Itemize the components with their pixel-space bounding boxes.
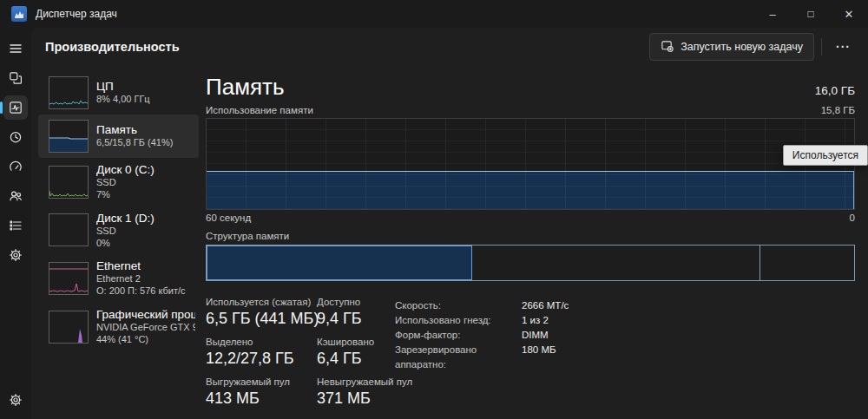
- memory-title: Память: [206, 75, 285, 100]
- gpu-mini-graph: [49, 311, 89, 344]
- memory-stats: Используется (сжатая) 6,5 ГБ (441 МБ) До…: [206, 297, 395, 416]
- detail-slots-used: Использовано гнезд: 1 из 2: [395, 313, 569, 328]
- composition-segment-free: [760, 246, 854, 280]
- sidebar-item-sub2: О: 200 П: 576 кбит/с: [96, 285, 195, 297]
- usage-graph-ymax: 15,8 ГБ: [821, 105, 855, 115]
- nav-performance-icon[interactable]: [3, 95, 28, 120]
- usage-tooltip: Используется: [783, 145, 868, 166]
- task-manager-app-icon: [11, 6, 27, 22]
- ethernet-mini-graph: [49, 262, 89, 295]
- memory-usage-graph[interactable]: Используется: [206, 118, 855, 210]
- window-title: Диспетчер задач: [36, 8, 753, 20]
- sidebar-item-sub: 8% 4,00 ГГц: [96, 93, 195, 105]
- memory-usage-fill: [207, 171, 854, 209]
- sidebar-item-title: Диск 1 (D:): [96, 212, 195, 225]
- run-new-task-label: Запустить новую задачу: [681, 41, 803, 53]
- detail-form-factor: Форм-фактор: DIMM: [395, 328, 569, 343]
- sidebar-item-gpu[interactable]: Графический процессор NVIDIA GeForce GTX…: [38, 303, 199, 351]
- composition-segment-in-use: [207, 246, 472, 280]
- detail-hardware-reserved: Зарезервировано аппаратно: 180 МБ: [395, 343, 569, 372]
- memory-detail-pane: Память 16,0 ГБ Использование памяти 15,8…: [199, 66, 868, 419]
- sidebar-item-sub: 6,5/15,8 ГБ (41%): [96, 136, 195, 148]
- sidebar-item-sub2: 44% (41 °C): [96, 333, 195, 345]
- stat-committed: Выделено 12,2/27,8 ГБ: [206, 337, 298, 368]
- sidebar-item-memory[interactable]: Память 6,5/15,8 ГБ (41%): [38, 115, 199, 158]
- sidebar-item-sub2: 7%: [96, 188, 195, 200]
- performance-sidebar: ЦП 8% 4,00 ГГц Память 6,5/15,8 ГБ (41%): [31, 66, 199, 419]
- composition-segment-standby: [472, 246, 760, 280]
- nav-users-icon[interactable]: [3, 184, 28, 208]
- usage-graph-label: Использование памяти: [206, 105, 313, 115]
- content-area: Производительность Запустить новую задач…: [31, 28, 868, 419]
- page-header: Производительность Запустить новую задач…: [31, 28, 868, 66]
- composition-label: Структура памяти: [206, 231, 855, 241]
- usage-graph-xspan: 60 секунд: [206, 213, 251, 223]
- memory-mini-graph: [49, 120, 89, 153]
- usage-graph-ymin: 0: [850, 213, 855, 223]
- detail-speed: Скорость: 2666 МТ/с: [395, 298, 569, 313]
- nav-details-icon[interactable]: [3, 213, 28, 238]
- sidebar-item-title: Графический процессор: [96, 308, 195, 321]
- page-title: Производительность: [45, 40, 649, 54]
- new-task-icon: [661, 39, 674, 55]
- minimize-button[interactable]: –: [753, 0, 792, 28]
- nav-processes-icon[interactable]: [3, 66, 28, 90]
- titlebar: Диспетчер задач – □ ✕: [0, 0, 868, 28]
- stat-in-use: Используется (сжатая) 6,5 ГБ (441 МБ): [206, 297, 298, 328]
- sidebar-item-ethernet[interactable]: Ethernet Ethernet 2 О: 200 П: 576 кбит/с: [38, 254, 199, 303]
- maximize-button[interactable]: □: [792, 0, 830, 28]
- sidebar-item-title: Ethernet: [96, 259, 195, 272]
- sidebar-item-sub: SSD: [96, 176, 195, 188]
- sidebar-item-title: Диск 0 (C:): [96, 163, 195, 176]
- menu-icon[interactable]: [3, 36, 28, 61]
- more-options-icon[interactable]: ···: [829, 36, 858, 57]
- disk1-mini-graph: [49, 213, 89, 246]
- sidebar-item-title: ЦП: [96, 80, 195, 93]
- sidebar-item-sub: Ethernet 2: [96, 272, 195, 285]
- nav-startup-apps-icon[interactable]: [3, 154, 28, 179]
- cpu-mini-graph: [49, 76, 89, 109]
- run-new-task-button[interactable]: Запустить новую задачу: [649, 33, 814, 61]
- close-button[interactable]: ✕: [830, 0, 868, 28]
- sidebar-item-disk1[interactable]: Диск 1 (D:) SSD 0%: [38, 206, 199, 255]
- disk0-mini-graph: [49, 166, 89, 199]
- settings-gear-icon[interactable]: [3, 388, 28, 412]
- sidebar-item-sub2: 0%: [96, 237, 195, 249]
- nav-rail: [0, 28, 31, 419]
- header-divider: [821, 38, 822, 56]
- sidebar-item-sub: NVIDIA GeForce GTX 970: [96, 321, 195, 333]
- nav-services-icon[interactable]: [3, 243, 28, 267]
- memory-composition-bar[interactable]: [206, 245, 855, 281]
- sidebar-item-title: Память: [96, 123, 195, 136]
- memory-hardware-details: Скорость: 2666 МТ/с Использовано гнезд: …: [395, 297, 569, 416]
- memory-total-capacity: 16,0 ГБ: [815, 84, 855, 100]
- nav-app-history-icon[interactable]: [3, 125, 28, 149]
- sidebar-item-cpu[interactable]: ЦП 8% 4,00 ГГц: [38, 71, 199, 115]
- sidebar-item-disk0[interactable]: Диск 0 (C:) SSD 7%: [38, 158, 199, 206]
- sidebar-item-sub: SSD: [96, 225, 195, 237]
- stat-paged-pool: Выгружаемый пул 413 МБ: [206, 376, 298, 408]
